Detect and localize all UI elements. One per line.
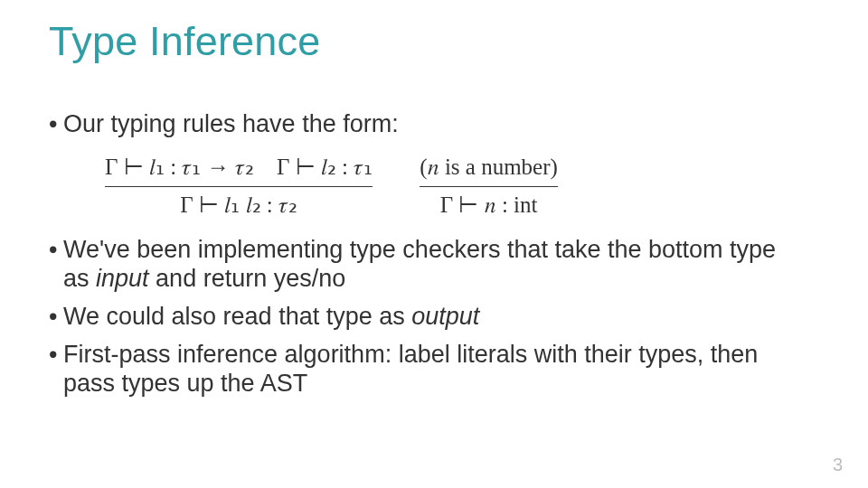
rule-app-premise: Γ ⊢ 𝑙₁ : 𝜏₁ → 𝜏₂ Γ ⊢ 𝑙₂ : 𝜏₁	[105, 152, 373, 183]
bullet-3: •We could also read that type as output	[49, 303, 817, 332]
bullet-2-post: and return yes/no	[149, 265, 346, 292]
inference-rules: Γ ⊢ 𝑙₁ : 𝜏₁ → 𝜏₂ Γ ⊢ 𝑙₂ : 𝜏₁ Γ ⊢ 𝑙₁ 𝑙₂ :…	[105, 152, 817, 221]
bullet-dot: •	[49, 341, 63, 370]
rule-app-bar	[105, 186, 373, 187]
bullet-1: •Our typing rules have the form:	[49, 110, 817, 139]
bullet-1-text: Our typing rules have the form:	[63, 110, 805, 139]
slide-title: Type Inference	[49, 18, 321, 65]
bullet-2-text: We've been implementing type checkers th…	[63, 236, 805, 294]
rule-app-conclusion: Γ ⊢ 𝑙₁ 𝑙₂ : 𝜏₂	[180, 190, 297, 221]
page-number: 3	[833, 455, 843, 475]
bullet-4: •First-pass inference algorithm: label l…	[49, 341, 817, 399]
bullet-4-text: First-pass inference algorithm: label li…	[63, 341, 805, 399]
bullet-dot: •	[49, 110, 63, 139]
bullet-dot: •	[49, 236, 63, 265]
rule-application: Γ ⊢ 𝑙₁ : 𝜏₁ → 𝜏₂ Γ ⊢ 𝑙₂ : 𝜏₁ Γ ⊢ 𝑙₁ 𝑙₂ :…	[105, 152, 373, 221]
rule-int: (𝑛 is a number) Γ ⊢ 𝑛 : int	[420, 152, 558, 221]
bullet-dot: •	[49, 303, 63, 332]
bullet-3-pre: We could also read that type as	[63, 303, 411, 330]
rule-app-premise-right: Γ ⊢ 𝑙₂ : 𝜏₁	[277, 155, 373, 179]
bullet-2: •We've been implementing type checkers t…	[49, 236, 817, 294]
bullet-3-em: output	[411, 303, 479, 330]
slide-body: •Our typing rules have the form: Γ ⊢ 𝑙₁ …	[49, 110, 817, 408]
rule-int-premise: (𝑛 is a number)	[420, 152, 558, 183]
rule-int-conclusion: Γ ⊢ 𝑛 : int	[440, 190, 538, 221]
rule-int-bar	[420, 186, 558, 187]
rule-app-premise-left: Γ ⊢ 𝑙₁ : 𝜏₁ → 𝜏₂	[105, 155, 254, 179]
bullet-3-text: We could also read that type as output	[63, 303, 805, 332]
bullet-2-em: input	[96, 265, 149, 292]
